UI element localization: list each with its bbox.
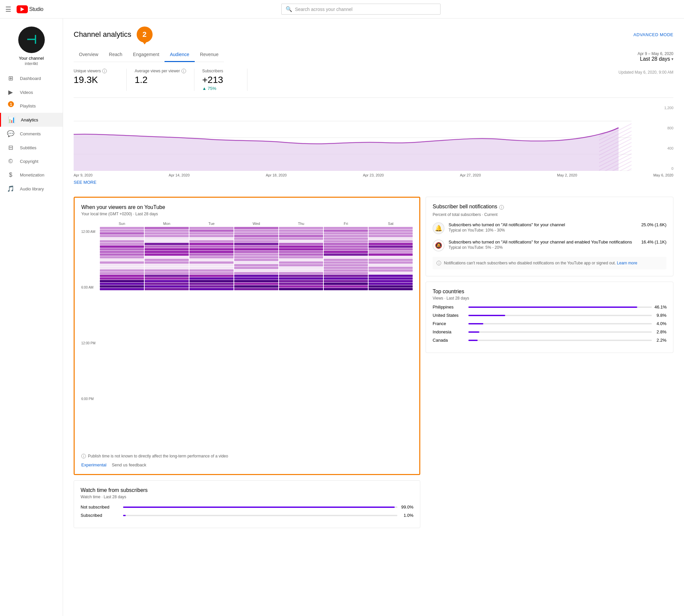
notif-text-0: Subscribers who turned on "All notificat… [448, 222, 637, 233]
heatmap-cell [369, 254, 413, 256]
heatmap-cell [190, 248, 234, 250]
heatmap-cell [190, 254, 234, 256]
heatmap-time-label [81, 385, 100, 394]
heatmap-cell [369, 261, 413, 264]
info-icon[interactable]: i [437, 261, 441, 265]
info-icon[interactable]: i [102, 69, 107, 73]
experimental-link[interactable]: Experimental [81, 462, 107, 467]
updated-label: Updated May 6, 2020, 9:00 AM [619, 69, 674, 75]
sidebar: ⊣ Your channel inter4kt ⊞ Dashboard ▶ Vi… [0, 19, 63, 536]
menu-hamburger-icon[interactable]: ☰ [5, 5, 11, 13]
country-name: France [433, 321, 466, 326]
sidebar-item-label: Videos [20, 90, 33, 95]
heatmap-cell [279, 285, 323, 288]
country-pct: 9.8% [655, 313, 666, 318]
heatmap-cell [190, 280, 234, 282]
heatmap-cell [279, 264, 323, 266]
tour-badge[interactable]: 2 [137, 26, 153, 42]
heatmap-cell [279, 288, 323, 290]
heatmap-time-label [81, 310, 100, 320]
sidebar-item-label: Playlists [20, 104, 36, 108]
heatmap-cell [145, 227, 189, 229]
cards-row: When your viewers are on YouTube Your lo… [74, 197, 674, 528]
search-input[interactable] [295, 7, 436, 12]
avatar[interactable]: ⊣ [18, 26, 45, 53]
stat-unique-viewers: Unique viewers i 19.3K [74, 69, 127, 91]
country-bar [468, 331, 479, 333]
notif-typical: Typical on YouTube: 10% - 30% [448, 228, 637, 233]
heatmap-cell [279, 277, 323, 280]
tab-revenue[interactable]: Revenue [195, 48, 224, 62]
heatmap-cell [324, 261, 368, 264]
sidebar-item-comments[interactable]: 💬 Comments [0, 127, 63, 141]
tab-overview[interactable]: Overview [74, 48, 104, 62]
heatmap-cell [234, 254, 278, 256]
heatmap-time-label [81, 357, 100, 366]
viewers-card-title: When your viewers are on YouTube [81, 204, 413, 210]
heatmap-cell [100, 256, 144, 258]
heatmap-cell [145, 267, 189, 269]
heatmap-cell [100, 267, 144, 269]
notif-title-row: Subscriber bell notifications i [433, 204, 666, 211]
sidebar-item-analytics[interactable]: 📊 Analytics [0, 113, 63, 127]
heatmap-cell [100, 259, 144, 261]
info-icon[interactable]: i [181, 69, 186, 73]
heatmap-cell [324, 264, 368, 266]
viewers-card-subtitle: Your local time (GMT +0200) · Last 28 da… [81, 212, 413, 216]
stat-label: Unique viewers i [74, 69, 118, 73]
see-more-link[interactable]: SEE MORE [74, 180, 96, 185]
app-body: ⊣ Your channel inter4kt ⊞ Dashboard ▶ Vi… [0, 19, 684, 536]
heatmap-cell [234, 245, 278, 248]
heatmap-cell [324, 235, 368, 237]
country-pct: 4.0% [655, 321, 666, 326]
info-icon[interactable]: i [499, 205, 504, 210]
heatmap-cell [279, 283, 323, 285]
country-name: United States [433, 313, 466, 318]
sidebar-item-dashboard[interactable]: ⊞ Dashboard [0, 71, 63, 85]
heatmap-cell [369, 269, 413, 272]
yt-play-icon [17, 5, 28, 13]
heatmap-cell [234, 227, 278, 229]
youtube-logo[interactable]: Studio [17, 5, 43, 13]
heatmap-cell [324, 280, 368, 282]
stats-row: Unique viewers i 19.3K Average views per… [74, 62, 674, 98]
date-range-value: Last 28 days ▾ [640, 56, 674, 62]
heatmap-cell [324, 238, 368, 240]
date-range-selector[interactable]: Apr 9 – May 6, 2020 Last 28 days ▾ [638, 51, 674, 62]
heatmap-time-label [81, 403, 100, 413]
feedback-link[interactable]: Send us feedback [112, 462, 146, 467]
subtitles-icon: ⊟ [7, 144, 15, 151]
notif-warning-text: Notifications can't reach subscribers wh… [444, 261, 637, 265]
sidebar-item-monetization[interactable]: $ Monetization [0, 168, 63, 182]
country-name: Philippines [433, 305, 466, 309]
sidebar-item-copyright[interactable]: © Copyright [0, 155, 63, 168]
heatmap-cell [369, 227, 413, 229]
notif-card-title: Subscriber bell notifications [433, 204, 497, 210]
info-icon[interactable]: i [81, 454, 86, 458]
heatmap-cell [369, 232, 413, 235]
heatmap-cell [324, 254, 368, 256]
countries-subtitle: Views · Last 28 days [433, 296, 666, 301]
heatmap-cell [100, 240, 144, 242]
tab-reach[interactable]: Reach [104, 48, 127, 62]
heatmap-cell [145, 269, 189, 272]
tab-audience[interactable]: Audience [164, 48, 194, 62]
heatmap-day-fri: Fri [324, 222, 368, 225]
heatmap-cell [190, 285, 234, 288]
advanced-mode-button[interactable]: ADVANCED MODE [634, 32, 674, 37]
sidebar-item-label: Analytics [21, 117, 38, 123]
learn-more-link[interactable]: Learn more [617, 261, 637, 265]
heatmap-cell [279, 261, 323, 264]
sidebar-item-audio-library[interactable]: 🎵 Audio library [0, 182, 63, 196]
heatmap-cell [190, 288, 234, 290]
heatmap-cell [279, 259, 323, 261]
sidebar-item-videos[interactable]: ▶ Videos [0, 85, 63, 99]
tab-engagement[interactable]: Engagement [128, 48, 164, 62]
sidebar-item-subtitles[interactable]: ⊟ Subtitles [0, 141, 63, 155]
heatmap-cell [369, 264, 413, 266]
heatmap-cell [190, 227, 234, 229]
heatmap-cell [279, 229, 323, 232]
sidebar-item-playlists[interactable]: ≡ Playlists 1 [0, 99, 63, 113]
heatmap-day-sun: Sun [100, 222, 144, 225]
search-box[interactable]: 🔍 [281, 4, 441, 15]
